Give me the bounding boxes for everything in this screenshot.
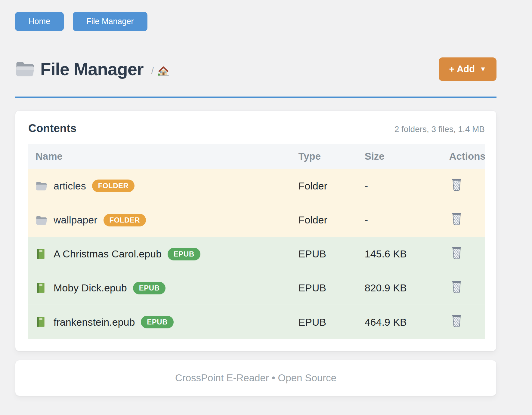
footer-card: CrossPoint E-Reader • Open Source	[15, 360, 496, 396]
book-icon	[36, 249, 47, 260]
column-header-size: Size	[357, 144, 441, 169]
top-nav: Home File Manager	[15, 12, 496, 31]
column-header-name: Name	[28, 144, 290, 169]
type-badge: EPUB	[141, 316, 174, 328]
trash-icon	[451, 314, 462, 327]
delete-button[interactable]	[451, 280, 462, 294]
type-cell: EPUB	[290, 271, 357, 305]
type-cell: Folder	[290, 169, 357, 203]
name-cell: Moby Dick.epub EPUB	[36, 282, 283, 294]
file-table-body: articles FOLDER Folder -	[28, 169, 485, 339]
trash-icon	[451, 280, 462, 294]
caret-down-icon: ▼	[480, 66, 486, 72]
footer-text: CrossPoint E-Reader • Open Source	[175, 372, 336, 384]
table-row: A Christmas Carol.epub EPUB EPUB 145.6 K…	[28, 237, 485, 271]
folder-icon	[15, 60, 34, 77]
book-icon	[36, 283, 47, 294]
file-table: Name Type Size Actions ar	[28, 144, 485, 339]
type-cell: Folder	[290, 203, 357, 237]
trash-icon	[451, 178, 462, 191]
contents-title: Contents	[28, 122, 76, 135]
page-header: File Manager / + Add ▼	[15, 55, 496, 83]
delete-button[interactable]	[451, 178, 462, 191]
book-icon	[36, 317, 47, 327]
nav-home-button[interactable]: Home	[15, 12, 64, 31]
header-divider	[15, 97, 496, 98]
trash-icon	[451, 212, 462, 226]
folder-icon	[36, 180, 47, 191]
name-cell: wallpaper FOLDER	[36, 214, 283, 226]
add-button-label: + Add	[449, 64, 475, 75]
delete-button[interactable]	[451, 314, 462, 327]
type-badge: FOLDER	[92, 180, 135, 192]
name-cell: articles FOLDER	[36, 180, 283, 192]
file-name[interactable]: frankenstein.epub	[54, 316, 135, 328]
size-cell: 145.6 KB	[357, 237, 441, 271]
contents-summary: 2 folders, 3 files, 1.4 MB	[394, 124, 485, 134]
file-manager-page: Home File Manager File Manager / +	[0, 0, 532, 396]
contents-card-header: Contents 2 folders, 3 files, 1.4 MB	[28, 122, 485, 144]
name-cell: A Christmas Carol.epub EPUB	[36, 248, 283, 260]
nav-file-manager-button[interactable]: File Manager	[73, 12, 147, 31]
table-row: articles FOLDER Folder -	[28, 169, 485, 203]
file-name[interactable]: A Christmas Carol.epub	[54, 248, 162, 260]
column-header-actions: Actions	[441, 144, 485, 169]
delete-button[interactable]	[451, 246, 462, 260]
delete-button[interactable]	[451, 212, 462, 226]
size-cell: 820.9 KB	[357, 271, 441, 305]
size-cell: -	[357, 203, 441, 237]
table-row: Moby Dick.epub EPUB EPUB 820.9 KB	[28, 271, 485, 305]
contents-card: Contents 2 folders, 3 files, 1.4 MB Name…	[15, 110, 496, 351]
table-row: wallpaper FOLDER Folder -	[28, 203, 485, 237]
file-name[interactable]: wallpaper	[54, 214, 97, 226]
type-cell: EPUB	[290, 237, 357, 271]
type-badge: EPUB	[133, 282, 166, 294]
title-group: File Manager /	[15, 60, 169, 78]
type-badge: EPUB	[168, 248, 200, 260]
file-name[interactable]: Moby Dick.epub	[54, 282, 127, 294]
trash-icon	[451, 246, 462, 260]
folder-icon	[36, 215, 47, 226]
page-title: File Manager	[40, 60, 144, 78]
type-cell: EPUB	[290, 305, 357, 339]
column-header-type: Type	[290, 144, 357, 169]
type-badge: FOLDER	[104, 214, 146, 226]
size-cell: 464.9 KB	[357, 305, 441, 339]
name-cell: frankenstein.epub EPUB	[36, 316, 283, 328]
add-button[interactable]: + Add ▼	[439, 57, 496, 81]
home-icon[interactable]	[157, 65, 169, 77]
file-name[interactable]: articles	[54, 180, 86, 192]
table-header-row: Name Type Size Actions	[28, 144, 485, 169]
breadcrumb-separator: /	[151, 66, 154, 76]
size-cell: -	[357, 169, 441, 203]
table-row: frankenstein.epub EPUB EPUB 464.9 KB	[28, 305, 485, 339]
